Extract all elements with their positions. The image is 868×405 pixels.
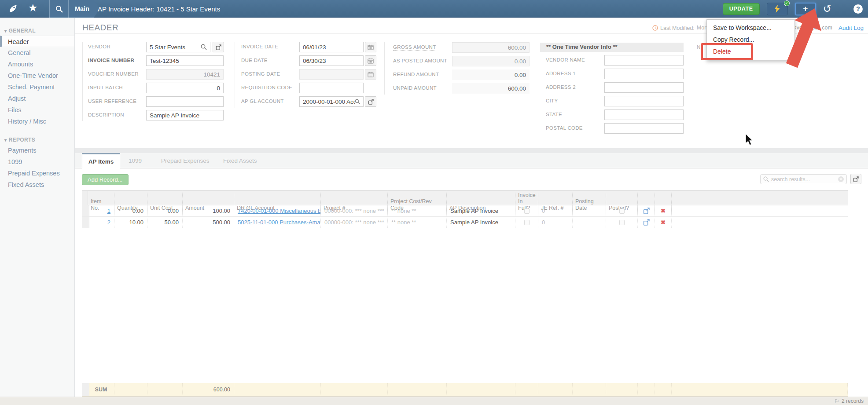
- state-field[interactable]: [604, 109, 684, 120]
- apps-grid-icon[interactable]: [839, 5, 846, 13]
- collapse-triangle-icon: ▾: [4, 138, 7, 142]
- input-batch-field[interactable]: 0: [146, 83, 224, 93]
- form-column-middle: INVOICE DATE 06/01/23 DUE DATE 06/30/23 …: [235, 42, 380, 110]
- vendor-name-row: VENDOR NAME: [540, 55, 684, 66]
- help-icon[interactable]: ?: [853, 4, 863, 14]
- posted-checkbox[interactable]: [619, 220, 625, 225]
- invoice-date-row: INVOICE DATE 06/01/23: [235, 42, 380, 52]
- invoice-in-full-checkbox[interactable]: [524, 208, 530, 214]
- page-title: HEADER: [82, 23, 118, 33]
- vendor-name-field[interactable]: [604, 55, 684, 66]
- external-link-icon: [643, 219, 650, 226]
- invoice-number-row: INVOICE NUMBER Test-12345: [82, 55, 228, 66]
- ap-gl-account-open-button[interactable]: [365, 96, 376, 107]
- due-date-field[interactable]: 06/30/23: [299, 55, 364, 66]
- address2-field[interactable]: [604, 82, 684, 93]
- user-reference-field[interactable]: [146, 96, 224, 107]
- refund-amount-field: 0.00: [452, 69, 530, 80]
- open-list-view-button[interactable]: [850, 174, 861, 184]
- window-title: AP Invoice Header: 10421 - 5 Star Events: [98, 0, 220, 18]
- tab-ap-items[interactable]: AP Items: [82, 153, 120, 168]
- sidebar-item-one-time-vendor[interactable]: One-Time Vendor: [0, 70, 74, 81]
- external-link-icon: [368, 99, 374, 105]
- state-row: STATE: [540, 109, 684, 120]
- section-divider-band: [75, 148, 868, 153]
- item-no-link[interactable]: 1: [107, 208, 110, 214]
- tab-1099[interactable]: 1099: [129, 153, 142, 168]
- voucher-number-row: VOUCHER NUMBER 10421: [82, 69, 228, 80]
- clock-icon: [652, 25, 658, 31]
- nav-segment: Main: [49, 0, 94, 18]
- city-field[interactable]: [604, 96, 684, 106]
- sidebar-item-1099[interactable]: 1099: [0, 156, 74, 168]
- city-row: CITY: [540, 96, 684, 106]
- as-posted-amount-row: AS POSTED AMOUNT 0.00: [384, 56, 534, 66]
- invoice-in-full-checkbox[interactable]: [524, 220, 530, 225]
- main-module-tab[interactable]: Main: [69, 0, 94, 18]
- update-button[interactable]: UPDATE: [723, 3, 760, 15]
- due-date-calendar-button[interactable]: [365, 55, 376, 66]
- app-window: ★ Main AP Invoice Header: 10421 - 5 Star…: [0, 0, 868, 405]
- sidebar-item-history-misc[interactable]: History / Misc: [0, 116, 74, 127]
- sidebar-item-general[interactable]: General: [0, 47, 74, 58]
- sidebar-item-sched-payment[interactable]: Sched. Payment: [0, 81, 74, 93]
- as-posted-amount-field: 0.00: [452, 56, 530, 66]
- sidebar-item-header[interactable]: Header: [0, 36, 74, 47]
- ap-gl-account-field[interactable]: 2000-00-01-000 Accou: [299, 96, 364, 107]
- clipped-label-fragment: N: [697, 44, 700, 50]
- ap-items-table: Item No. Quantity Unit Cost Amount DR GL…: [82, 190, 848, 228]
- invoice-date-field[interactable]: 06/01/23: [299, 42, 364, 52]
- mouse-cursor: [745, 133, 754, 146]
- search-icon: [201, 44, 207, 50]
- check-badge-icon: ✓: [784, 0, 790, 6]
- sidebar-item-payments[interactable]: Payments: [0, 145, 74, 156]
- voucher-number-field: 10421: [146, 69, 224, 80]
- gross-amount-field: 600.00: [452, 42, 530, 53]
- invoice-date-calendar-button[interactable]: [365, 42, 376, 52]
- table-row: 1 0.00 0.00 100.00 7420-00-01-000 Miscel…: [82, 205, 848, 217]
- last-modified: Last Modified:Mon,: [652, 25, 709, 31]
- vendor-field[interactable]: 5 Star Events: [146, 42, 210, 52]
- favorites-star-icon[interactable]: ★: [28, 2, 38, 14]
- audit-log-link[interactable]: Audit Log: [839, 25, 864, 31]
- gross-amount-row: GROSS AMOUNT 600.00: [384, 42, 534, 53]
- item-no-link[interactable]: 2: [107, 219, 110, 226]
- vendor-open-record-button[interactable]: [213, 42, 224, 52]
- sidebar-section-reports[interactable]: ▾REPORTS: [4, 137, 74, 143]
- unpaid-amount-row: UNPAID AMOUNT 600.00: [384, 83, 534, 94]
- add-record-button[interactable]: Add Record...: [82, 174, 129, 185]
- sidebar-item-adjust[interactable]: Adjust: [0, 93, 74, 104]
- postal-code-field[interactable]: [604, 123, 684, 134]
- clear-search-icon[interactable]: ✕: [838, 176, 844, 182]
- tab-prepaid-expenses[interactable]: Prepaid Expenses: [161, 153, 210, 168]
- dr-gl-account-link[interactable]: 5025-11-01-000 Purchases-Ama...: [238, 219, 321, 226]
- search-results-input[interactable]: [771, 176, 836, 182]
- sidebar-item-prepaid-expenses[interactable]: Prepaid Expenses: [0, 168, 74, 179]
- sidebar-item-amounts[interactable]: Amounts: [0, 58, 74, 70]
- open-item-cell[interactable]: [638, 217, 655, 228]
- description-field[interactable]: Sample AP Invoice: [146, 110, 224, 120]
- annotation-highlight-rect: [701, 43, 753, 60]
- posting-date-calendar-button: [365, 69, 376, 80]
- search-icon: [355, 99, 360, 105]
- sidebar: ▾GENERAL Header General Amounts One-Time…: [0, 18, 75, 405]
- form-column-amounts: GROSS AMOUNT 600.00 AS POSTED AMOUNT 0.0…: [384, 42, 534, 97]
- tab-fixed-assets[interactable]: Fixed Assets: [223, 153, 257, 168]
- invoice-number-field[interactable]: Test-12345: [146, 55, 224, 66]
- table-row: 2 10.00 50.00 500.00 5025-11-01-000 Purc…: [82, 217, 848, 228]
- sidebar-section-general[interactable]: ▾GENERAL: [4, 28, 74, 34]
- dr-gl-account-link[interactable]: 7420-00-01-000 Miscellaneous E...: [238, 208, 321, 214]
- delete-row-icon[interactable]: ✖: [661, 219, 666, 226]
- requisition-code-field[interactable]: [299, 83, 364, 93]
- sum-amount: 600.00: [183, 383, 234, 396]
- rocket-icon[interactable]: [8, 4, 18, 14]
- record-count: 2 records: [842, 398, 864, 404]
- address1-field[interactable]: [604, 69, 684, 79]
- delete-row-icon[interactable]: ✖: [661, 208, 666, 214]
- sidebar-item-fixed-assets[interactable]: Fixed Assets: [0, 179, 74, 190]
- open-item-cell[interactable]: [638, 205, 655, 216]
- search-button[interactable]: [49, 0, 69, 18]
- sidebar-item-files[interactable]: Files: [0, 104, 74, 116]
- tabstrip: AP Items 1099 Prepaid Expenses Fixed Ass…: [75, 153, 868, 168]
- posted-checkbox[interactable]: [619, 208, 625, 214]
